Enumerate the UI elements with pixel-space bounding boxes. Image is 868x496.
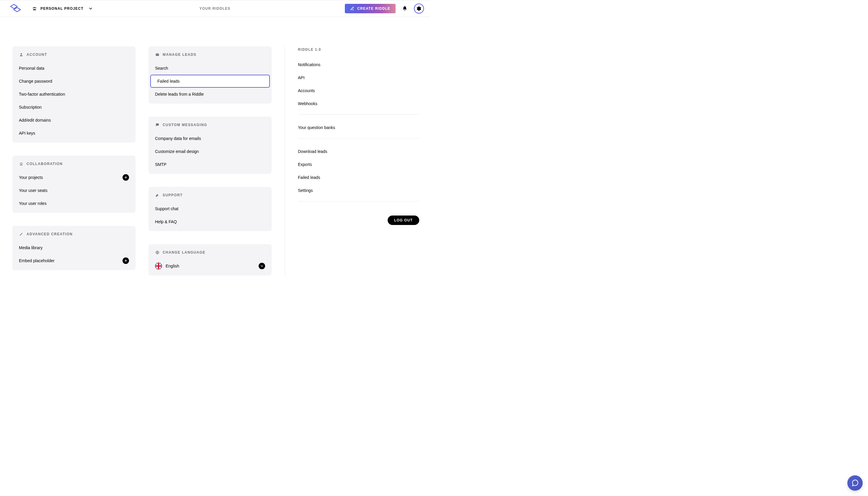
svg-point-6 <box>22 163 23 164</box>
item-label: Your user seats <box>19 188 48 193</box>
leads-title: MANAGE LEADS <box>163 52 196 57</box>
r-accounts[interactable]: Accounts <box>298 84 419 97</box>
r-webhooks[interactable]: Webhooks <box>298 97 419 110</box>
support-title: SUPPORT <box>163 193 183 197</box>
advanced-card: ADVANCED CREATION Media library Embed pl… <box>12 226 136 270</box>
item-embed-placeholder[interactable]: Embed placeholder <box>12 254 136 267</box>
item-label: Accounts <box>298 88 315 93</box>
item-label: Search <box>155 66 168 71</box>
flag-uk-icon <box>155 262 162 269</box>
account-card: ACCOUNT Personal data Change password Tw… <box>12 46 136 143</box>
item-label: Personal data <box>19 66 44 71</box>
plus-icon <box>124 259 127 262</box>
item-customize-email[interactable]: Customize email design <box>149 145 272 158</box>
item-label: API keys <box>19 131 35 136</box>
item-change-password[interactable]: Change password <box>12 75 136 88</box>
item-label: Failed leads <box>157 79 180 83</box>
item-label: Delete leads from a Riddle <box>155 92 204 96</box>
riddle-1-title: RIDDLE 1.0 <box>298 46 419 58</box>
support-card: SUPPORT Support chat Help & FAQ <box>149 187 272 231</box>
item-media-library[interactable]: Media library <box>12 241 136 254</box>
plus-icon <box>124 176 127 179</box>
messaging-title: CUSTOM MESSAGING <box>163 123 207 127</box>
svg-point-3 <box>21 53 22 55</box>
item-your-projects[interactable]: Your projects <box>12 171 136 184</box>
messaging-card: CUSTOM MESSAGING Company data for emails… <box>149 117 272 174</box>
logout-button[interactable]: LOG OUT <box>388 216 419 225</box>
settings-col-right: RIDDLE 1.0 Notifications API Accounts We… <box>284 46 419 276</box>
collaboration-card: COLLABORATION Your projects Your user se… <box>12 156 136 213</box>
item-personal-data[interactable]: Personal data <box>12 62 136 75</box>
collaboration-title: COLLABORATION <box>27 162 63 166</box>
add-placeholder-button[interactable] <box>123 258 129 264</box>
r-failed-leads[interactable]: Failed leads <box>298 171 419 184</box>
r-api[interactable]: API <box>298 71 419 84</box>
item-label: Your projects <box>19 175 43 180</box>
chevron-down-icon <box>260 264 264 268</box>
language-card: CHANGE LANGUAGE English <box>149 244 272 276</box>
collaboration-header: COLLABORATION <box>12 161 136 171</box>
messaging-header: CUSTOM MESSAGING <box>149 123 272 132</box>
item-label: Failed leads <box>298 175 320 180</box>
divider <box>298 114 419 114</box>
item-failed-leads[interactable]: Failed leads <box>150 75 270 88</box>
advanced-header: ADVANCED CREATION <box>12 232 136 241</box>
edit-icon <box>350 6 354 11</box>
r-settings[interactable]: Settings <box>298 184 419 197</box>
item-smtp[interactable]: SMTP <box>149 158 272 171</box>
support-header: SUPPORT <box>149 193 272 202</box>
item-company-data-emails[interactable]: Company data for emails <box>149 132 272 145</box>
team-icon <box>32 6 37 11</box>
user-icon <box>19 52 24 57</box>
leads-card: MANAGE LEADS Search Failed leads Delete … <box>149 46 272 104</box>
item-failed-leads-wrap: Failed leads <box>149 75 272 88</box>
chevron-down-icon <box>88 6 93 11</box>
item-help-faq[interactable]: Help & FAQ <box>149 215 272 228</box>
advanced-title: ADVANCED CREATION <box>27 232 73 236</box>
item-label: Two-factor authentication <box>19 92 65 96</box>
item-label: Support chat <box>155 206 178 211</box>
account-title: ACCOUNT <box>27 52 47 57</box>
item-delete-leads[interactable]: Delete leads from a Riddle <box>149 88 272 101</box>
item-user-roles[interactable]: Your user roles <box>12 197 136 210</box>
logo[interactable] <box>9 4 22 13</box>
item-two-factor[interactable]: Two-factor authentication <box>12 88 136 101</box>
item-support-chat[interactable]: Support chat <box>149 202 272 215</box>
item-label: Subscription <box>19 105 42 110</box>
item-subscription[interactable]: Subscription <box>12 101 136 114</box>
svg-point-0 <box>34 7 35 8</box>
svg-point-1 <box>33 7 34 8</box>
r-exports[interactable]: Exports <box>298 158 419 171</box>
item-api-keys[interactable]: API keys <box>12 127 136 140</box>
create-riddle-button[interactable]: CREATE RIDDLE <box>345 4 396 13</box>
r-question-banks[interactable]: Your question banks <box>298 121 419 134</box>
language-header: CHANGE LANGUAGE <box>149 250 272 260</box>
item-label: Change password <box>19 79 52 83</box>
team-switcher[interactable]: PERSONAL PROJECT <box>32 6 93 11</box>
svg-point-2 <box>35 7 36 8</box>
item-label: Media library <box>19 245 43 250</box>
mail-icon <box>155 52 160 57</box>
item-label: Add/edit domains <box>19 118 51 123</box>
item-label: Webhooks <box>298 101 317 106</box>
r-download-leads[interactable]: Download leads <box>298 145 419 158</box>
logout-row: LOG OUT <box>298 216 419 225</box>
item-label: Your question banks <box>298 125 335 130</box>
add-project-button[interactable] <box>123 174 129 181</box>
r-notifications[interactable]: Notifications <box>298 58 419 71</box>
team-label: PERSONAL PROJECT <box>41 6 83 11</box>
item-label: Notifications <box>298 62 320 67</box>
page-title: YOUR RIDDLES <box>199 6 230 11</box>
settings-button[interactable] <box>414 3 424 14</box>
bell-icon <box>402 6 407 11</box>
item-language-select[interactable]: English <box>149 260 272 273</box>
settings-col-middle: MANAGE LEADS Search Failed leads Delete … <box>149 46 272 276</box>
item-search-leads[interactable]: Search <box>149 62 272 75</box>
svg-point-4 <box>21 162 22 164</box>
item-user-seats[interactable]: Your user seats <box>12 184 136 197</box>
item-label: Company data for emails <box>155 136 201 141</box>
notifications-button[interactable] <box>400 3 410 14</box>
item-domains[interactable]: Add/edit domains <box>12 114 136 127</box>
item-label: SMTP <box>155 162 167 167</box>
expand-language-button[interactable] <box>259 263 265 269</box>
